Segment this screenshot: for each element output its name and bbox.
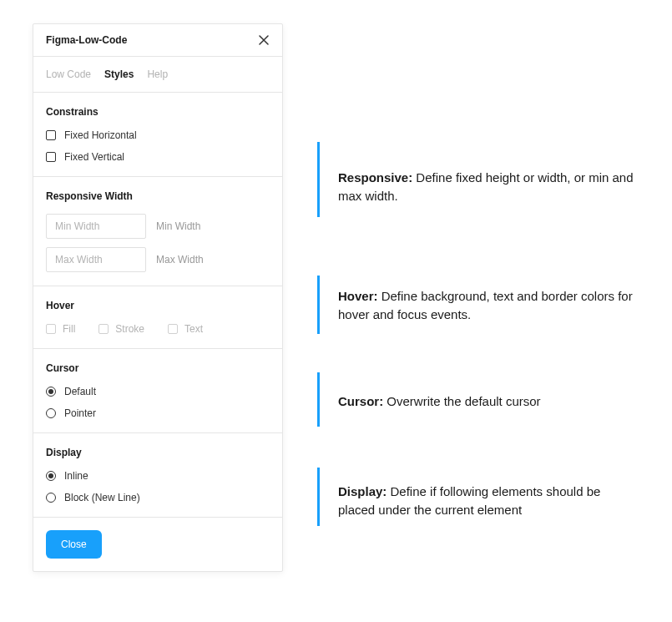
annotation-display: Display: Define if following elements sh… — [317, 468, 634, 526]
display-inline-label: Inline — [64, 470, 88, 482]
annotation-label: Responsive: — [338, 170, 412, 185]
radio-icon — [46, 408, 56, 418]
section-hover: Hover Fill Stroke Text — [33, 286, 282, 349]
min-width-label: Min Width — [156, 220, 200, 232]
panel-footer: Close — [33, 518, 282, 571]
display-block-row[interactable]: Block (New Line) — [46, 492, 270, 503]
panel-header: Figma-Low-Code — [33, 24, 282, 57]
hover-fill-label: Fill — [63, 323, 75, 335]
cursor-default-label: Default — [64, 386, 96, 397]
hover-text-row[interactable]: Text — [168, 323, 203, 335]
display-block-label: Block (New Line) — [64, 492, 140, 503]
tab-help[interactable]: Help — [147, 68, 168, 80]
cursor-title: Cursor — [46, 362, 270, 374]
section-responsive-width: Responsive Width Min Width Max Width — [33, 177, 282, 286]
section-cursor: Cursor Default Pointer — [33, 349, 282, 433]
annotation-cursor: Cursor: Overwrite the default cursor — [317, 372, 634, 427]
annotation-responsive: Responsive: Define fixed height or width… — [317, 142, 634, 217]
fixed-horizontal-row[interactable]: Fixed Horizontal — [46, 129, 270, 141]
styles-panel: Figma-Low-Code Low Code Styles Help Cons… — [33, 23, 283, 572]
annotation-body: Define background, text and border color… — [338, 289, 633, 321]
section-constrains: Constrains Fixed Horizontal Fixed Vertic… — [33, 93, 282, 177]
close-button[interactable]: Close — [46, 530, 102, 559]
min-width-input[interactable] — [46, 214, 146, 239]
display-inline-row[interactable]: Inline — [46, 470, 270, 482]
checkbox-icon — [46, 130, 56, 140]
fixed-horizontal-label: Fixed Horizontal — [64, 129, 137, 141]
tabs: Low Code Styles Help — [33, 57, 282, 93]
cursor-default-row[interactable]: Default — [46, 386, 270, 397]
annotation-label: Cursor: — [338, 394, 383, 408]
annotation-text: Cursor: Overwrite the default cursor — [338, 392, 634, 411]
annotation-text: Display: Define if following elements sh… — [338, 483, 634, 519]
checkbox-icon — [46, 324, 56, 334]
annotation-label: Display: — [338, 484, 387, 498]
tab-low-code[interactable]: Low Code — [46, 68, 91, 80]
hover-fill-row[interactable]: Fill — [46, 323, 75, 335]
hover-stroke-row[interactable]: Stroke — [99, 323, 144, 335]
radio-icon — [46, 387, 56, 397]
radio-icon — [46, 493, 56, 503]
fixed-vertical-label: Fixed Vertical — [64, 151, 124, 163]
annotation-text: Hover: Define background, text and borde… — [338, 287, 634, 324]
section-display: Display Inline Block (New Line) — [33, 433, 282, 518]
checkbox-icon — [99, 324, 109, 334]
cursor-pointer-label: Pointer — [64, 407, 96, 419]
constrains-title: Constrains — [46, 106, 270, 118]
hover-text-label: Text — [184, 323, 203, 335]
fixed-vertical-row[interactable]: Fixed Vertical — [46, 151, 270, 163]
panel-title: Figma-Low-Code — [46, 34, 127, 46]
tab-styles[interactable]: Styles — [104, 68, 134, 80]
checkbox-icon — [46, 152, 56, 162]
checkbox-icon — [168, 324, 178, 334]
annotation-hover: Hover: Define background, text and borde… — [317, 276, 634, 334]
hover-title: Hover — [46, 300, 270, 311]
responsive-width-title: Responsive Width — [46, 190, 270, 202]
min-width-row: Min Width — [46, 214, 270, 239]
max-width-label: Max Width — [156, 254, 204, 265]
max-width-row: Max Width — [46, 247, 270, 272]
annotation-label: Hover: — [338, 289, 378, 303]
max-width-input[interactable] — [46, 247, 146, 272]
radio-icon — [46, 471, 56, 481]
hover-stroke-label: Stroke — [115, 323, 144, 335]
annotation-body: Overwrite the default cursor — [383, 394, 540, 408]
close-icon[interactable] — [258, 34, 270, 46]
annotation-text: Responsive: Define fixed height or width… — [338, 169, 634, 205]
display-title: Display — [46, 447, 270, 458]
cursor-pointer-row[interactable]: Pointer — [46, 407, 270, 419]
hover-options: Fill Stroke Text — [46, 323, 270, 335]
